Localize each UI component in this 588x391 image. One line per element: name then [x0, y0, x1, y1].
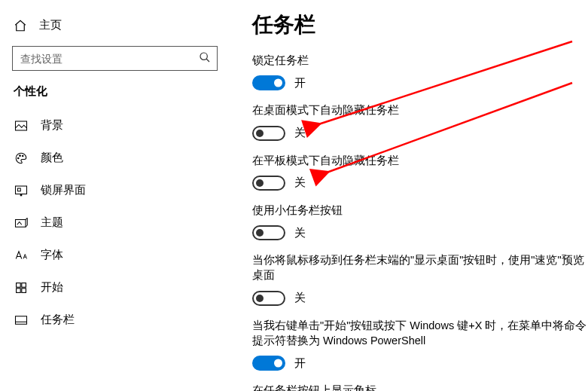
sidebar-item-label: 任务栏	[41, 313, 75, 327]
setting-label: 在任务栏按钮上显示角标	[252, 383, 588, 391]
setting-6: 在任务栏按钮上显示角标开	[252, 383, 588, 391]
toggle-state: 关	[294, 226, 306, 240]
toggle-switch[interactable]	[252, 225, 285, 240]
sidebar-item-lockscreen[interactable]: 锁屏界面	[12, 174, 218, 206]
sidebar-item-label: 字体	[41, 248, 63, 262]
toggle-switch[interactable]	[252, 176, 285, 191]
toggle-switch[interactable]	[252, 126, 285, 141]
sidebar-item-label: 主题	[41, 215, 63, 230]
svg-point-0	[200, 53, 207, 60]
taskbar-icon	[14, 315, 29, 325]
sidebar-item-fonts[interactable]: 字体	[12, 239, 218, 271]
svg-rect-2	[16, 121, 27, 130]
setting-label: 当你将鼠标移动到任务栏末端的"显示桌面"按钮时，使用"速览"预览桌面	[252, 252, 588, 283]
setting-5: 当我右键单击"开始"按钮或按下 Windows 键+X 时，在菜单中将命令提示符…	[252, 318, 588, 371]
home-icon	[14, 19, 27, 32]
section-title: 个性化	[12, 84, 218, 99]
svg-rect-14	[16, 316, 27, 324]
toggle-state: 关	[294, 176, 306, 190]
lockscreen-icon	[14, 185, 29, 197]
svg-rect-13	[22, 288, 26, 292]
sidebar-item-label: 开始	[41, 280, 63, 295]
setting-0: 锁定任务栏开	[252, 53, 588, 90]
sidebar-item-taskbar[interactable]: 任务栏	[12, 304, 218, 336]
page-title: 任务栏	[252, 11, 588, 39]
toggle-state: 开	[294, 356, 306, 371]
setting-1: 在桌面模式下自动隐藏任务栏关	[252, 102, 588, 140]
sidebar-item-start[interactable]: 开始	[12, 271, 218, 304]
search-input[interactable]	[20, 53, 199, 65]
search-icon	[199, 51, 211, 66]
svg-point-3	[18, 157, 20, 159]
search-box[interactable]	[12, 46, 218, 71]
themes-icon	[14, 217, 29, 229]
start-icon	[14, 282, 29, 294]
setting-label: 在平板模式下自动隐藏任务栏	[252, 153, 588, 168]
fonts-icon	[14, 249, 29, 261]
sidebar-item-label: 锁屏界面	[41, 183, 86, 197]
toggle-state: 关	[294, 291, 306, 305]
toggle-state: 开	[294, 76, 306, 90]
toggle-switch[interactable]	[252, 291, 285, 306]
svg-rect-6	[16, 186, 27, 194]
sidebar-item-label: 背景	[41, 118, 63, 133]
toggle-switch[interactable]	[252, 75, 285, 90]
svg-point-4	[20, 154, 21, 156]
setting-label: 锁定任务栏	[252, 53, 588, 68]
sidebar-item-label: 颜色	[41, 151, 63, 165]
svg-rect-8	[18, 188, 21, 191]
setting-label: 使用小任务栏按钮	[252, 203, 588, 218]
svg-point-5	[23, 155, 24, 157]
toggle-state: 关	[294, 126, 306, 140]
sidebar-item-background[interactable]: 背景	[12, 109, 218, 142]
svg-line-1	[206, 59, 209, 62]
setting-label: 在桌面模式下自动隐藏任务栏	[252, 102, 588, 118]
svg-rect-11	[22, 283, 26, 287]
home-label: 主页	[39, 18, 62, 32]
picture-icon	[14, 120, 29, 132]
svg-rect-7	[20, 194, 22, 196]
svg-rect-10	[17, 283, 21, 287]
toggle-switch[interactable]	[252, 356, 285, 371]
sidebar-item-themes[interactable]: 主题	[12, 206, 218, 239]
setting-2: 在平板模式下自动隐藏任务栏关	[252, 153, 588, 191]
setting-3: 使用小任务栏按钮关	[252, 203, 588, 240]
sidebar: 主页 个性化 背景	[0, 0, 230, 391]
main-content: 任务栏 锁定任务栏开在桌面模式下自动隐藏任务栏关在平板模式下自动隐藏任务栏关使用…	[230, 0, 588, 391]
sidebar-item-colors[interactable]: 颜色	[12, 142, 218, 174]
palette-icon	[14, 151, 29, 165]
svg-rect-12	[17, 288, 21, 292]
setting-label: 当我右键单击"开始"按钮或按下 Windows 键+X 时，在菜单中将命令提示符…	[252, 318, 588, 349]
sidebar-item-home[interactable]: 主页	[12, 14, 218, 41]
setting-4: 当你将鼠标移动到任务栏末端的"显示桌面"按钮时，使用"速览"预览桌面关	[252, 252, 588, 306]
